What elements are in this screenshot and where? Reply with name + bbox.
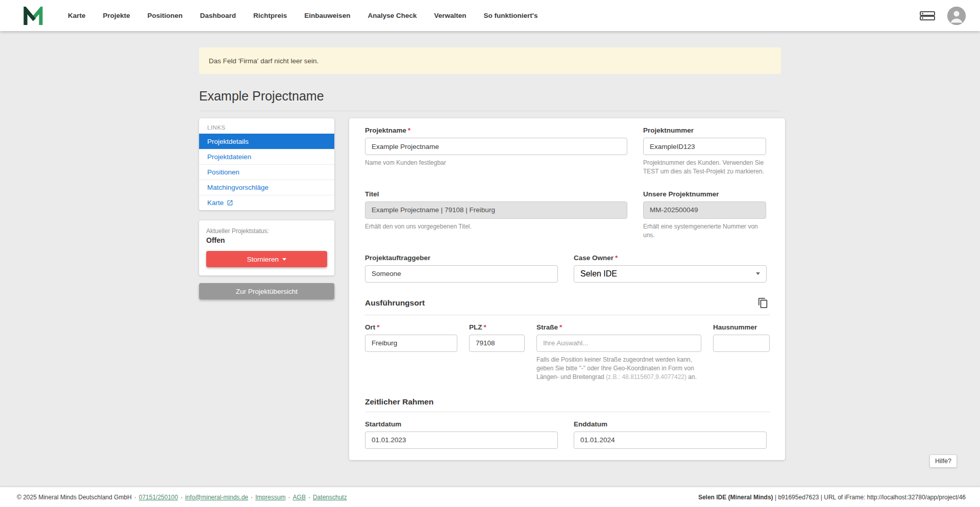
logo-m-icon: [23, 7, 43, 25]
unsere-projektnummer-helper: Erhält eine systemgenerierte Nummer von …: [643, 222, 766, 240]
projektnummer-input[interactable]: [643, 138, 766, 155]
main-content: Das Feld 'Firma' darf nicht leer sein. E…: [0, 31, 980, 487]
nav-item-karte[interactable]: Karte: [59, 7, 94, 24]
links-card: LINKS Projektdetails Projektdateien Posi…: [199, 118, 334, 210]
projektnummer-helper: Projektnummer des Kunden. Verwenden Sie …: [643, 159, 766, 176]
strasse-label: Straße*: [536, 323, 701, 331]
titel-helper: Erhält den von uns vorgegebenen Titel.: [365, 222, 627, 231]
case-owner-value: Selen IDE: [580, 269, 617, 278]
footer-link-agb[interactable]: AGB: [293, 494, 306, 501]
enddatum-label: Enddatum: [574, 420, 767, 428]
footer-link-impressum[interactable]: Impressum: [255, 494, 285, 501]
title-divider: [199, 111, 781, 111]
footer-link-email[interactable]: info@mineral-minds.de: [185, 494, 249, 501]
footer-link-datenschutz[interactable]: Datenschutz: [313, 494, 347, 501]
page-title: Example Projectname: [199, 89, 781, 104]
app-window: Karte Projekte Positionen Dashboard Rich…: [0, 0, 980, 507]
projektauftraggeber-label: Projektauftraggeber: [365, 254, 558, 262]
plz-label: PLZ*: [469, 323, 525, 331]
enddatum-input[interactable]: [574, 432, 767, 449]
chevron-down-icon: [282, 258, 286, 261]
startdatum-input[interactable]: [365, 432, 558, 449]
section-zeitlicher-rahmen: Zeitlicher Rahmen: [365, 397, 433, 407]
projektname-input[interactable]: [365, 138, 627, 155]
required-asterisk: *: [408, 126, 410, 134]
nav-item-dashboard[interactable]: Dashboard: [191, 7, 245, 24]
titel-input: [365, 201, 627, 219]
validation-alert: Das Feld 'Firma' darf nicht leer sein.: [199, 47, 781, 74]
sidebar-item-karte[interactable]: Karte: [199, 195, 334, 210]
mineral-minds-logo-icon[interactable]: [22, 6, 44, 26]
projektnummer-label: Projektnummer: [643, 126, 766, 134]
sidebar-item-positionen[interactable]: Positionen: [199, 164, 334, 180]
footer-left: © 2025 Mineral Minds Deutschland GmbH·07…: [17, 494, 347, 501]
section-ausfuehrungsort: Ausführungsort: [365, 298, 425, 308]
status-value: Offen: [206, 236, 327, 244]
projektname-helper: Name vom Kunden festlegbar: [365, 159, 627, 167]
sidebar-item-projektdetails[interactable]: Projektdetails: [199, 134, 334, 149]
nav-item-positionen[interactable]: Positionen: [139, 7, 191, 24]
unsere-projektnummer-label: Unsere Projektnummer: [643, 190, 766, 198]
titel-label: Titel: [365, 190, 627, 198]
nav-item-einbauweisen[interactable]: Einbauweisen: [296, 7, 359, 24]
nav-item-analyse-check[interactable]: Analyse Check: [359, 7, 425, 24]
topnav-right-actions: [920, 7, 966, 25]
nav-item-so-funktionierts[interactable]: So funktioniert's: [475, 7, 546, 24]
startdatum-label: Startdatum: [365, 420, 558, 428]
sidebar-item-projektdateien[interactable]: Projektdateien: [199, 149, 334, 164]
project-details-form: Projektname* Name vom Kunden festlegbar …: [349, 118, 785, 460]
footer-session-info: Selen IDE (Mineral Minds) | b91695ed7623…: [698, 494, 966, 501]
required-asterisk: *: [377, 323, 379, 331]
case-owner-select[interactable]: Selen IDE: [574, 265, 767, 283]
required-asterisk: *: [615, 254, 618, 262]
status-label: Aktueller Projektstatus:: [206, 227, 327, 235]
section-divider: [365, 412, 770, 412]
main-nav: Karte Projekte Positionen Dashboard Rich…: [59, 7, 546, 24]
nav-item-richtpreis[interactable]: Richtpreis: [244, 7, 296, 24]
footer-link-phone[interactable]: 07151/250100: [139, 494, 178, 501]
nav-item-projekte[interactable]: Projekte: [94, 7, 139, 24]
copy-icon[interactable]: [756, 296, 770, 310]
links-header: LINKS: [199, 122, 334, 134]
status-card: Aktueller Projektstatus: Offen Storniere…: [199, 220, 334, 275]
footer: © 2025 Mineral Minds Deutschland GmbH·07…: [0, 487, 980, 507]
sidebar-item-label: Positionen: [207, 168, 239, 176]
ort-input[interactable]: [365, 335, 457, 352]
copyright-text: © 2025 Mineral Minds Deutschland GmbH: [17, 494, 132, 501]
server-icon[interactable]: [920, 10, 935, 21]
case-owner-label: Case Owner*: [574, 254, 767, 262]
project-overview-button[interactable]: Zur Projektübersicht: [199, 283, 334, 299]
nav-item-verwalten[interactable]: Verwalten: [425, 7, 475, 24]
section-divider: [365, 315, 770, 315]
required-asterisk: *: [484, 323, 486, 331]
session-user: Selen IDE (Mineral Minds): [698, 494, 773, 501]
plz-input[interactable]: [469, 335, 525, 352]
session-details: | b91695ed7623 | URL of iFrame: http://l…: [773, 494, 966, 501]
user-avatar-icon[interactable]: [947, 7, 966, 25]
cancel-project-button[interactable]: Stornieren: [206, 251, 327, 267]
required-asterisk: *: [559, 323, 562, 331]
cancel-button-label: Stornieren: [247, 256, 279, 263]
hausnummer-label: Hausnummer: [713, 323, 770, 331]
help-button[interactable]: Hilfe?: [929, 454, 957, 468]
external-link-icon: [227, 199, 233, 206]
projektauftraggeber-input[interactable]: [365, 265, 558, 283]
hausnummer-input[interactable]: [713, 335, 770, 352]
sidebar-item-matchingvorschlaege[interactable]: Matchingvorschläge: [199, 180, 334, 195]
projektname-label: Projektname*: [365, 126, 627, 134]
ort-label: Ort*: [365, 323, 457, 331]
alert-message: Das Feld 'Firma' darf nicht leer sein.: [209, 57, 318, 65]
sidebar-item-label: Karte: [207, 199, 224, 207]
strasse-input[interactable]: [536, 335, 701, 352]
chevron-down-icon: [756, 272, 760, 275]
sidebar-item-label: Projektdateien: [207, 153, 251, 161]
top-navigation: Karte Projekte Positionen Dashboard Rich…: [0, 0, 980, 31]
sidebar: LINKS Projektdetails Projektdateien Posi…: [199, 118, 334, 299]
sidebar-item-label: Matchingvorschläge: [207, 184, 268, 191]
strasse-helper: Falls die Position keiner Straße zugeord…: [536, 356, 701, 382]
sidebar-item-label: Projektdetails: [207, 138, 249, 145]
unsere-projektnummer-input: [643, 201, 766, 219]
